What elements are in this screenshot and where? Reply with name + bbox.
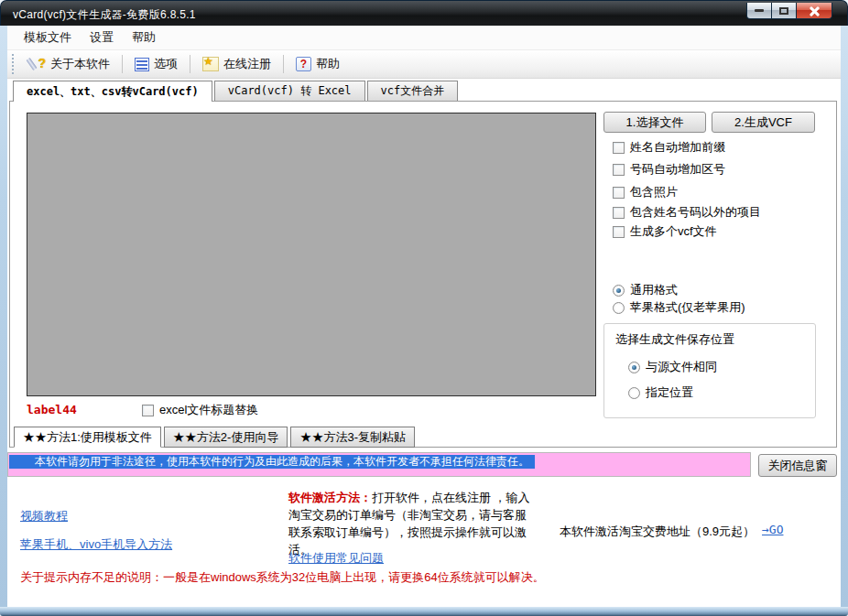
radio-same-as-source[interactable]: 与源文件相同 bbox=[628, 359, 717, 375]
toolbar-options-label: 选项 bbox=[154, 56, 178, 72]
toolbar-register-button[interactable]: ★ 在线注册 bbox=[195, 53, 278, 75]
go-link[interactable]: →GO bbox=[762, 523, 783, 536]
radio-label: 与源文件相同 bbox=[646, 359, 717, 375]
window-border-left bbox=[0, 26, 7, 607]
tab-excel-to-vcard[interactable]: excel、txt、csv转vCard(vcf) bbox=[13, 81, 212, 102]
checkbox-icon[interactable] bbox=[613, 164, 625, 176]
file-preview-panel bbox=[27, 113, 596, 396]
radio-label: 苹果格式(仅老苹果用) bbox=[630, 299, 745, 316]
window-title: vCard(vcf)文件生成器-免费版6.8.5.1 bbox=[13, 7, 196, 23]
checkbox-icon[interactable] bbox=[613, 187, 625, 199]
toolbar-separator bbox=[190, 55, 190, 73]
maximize-icon bbox=[779, 7, 788, 15]
close-info-button[interactable]: 关闭信息窗 bbox=[758, 454, 837, 477]
checkbox-label: 包含照片 bbox=[630, 184, 678, 200]
generate-vcf-button[interactable]: 2.生成VCF bbox=[712, 112, 815, 133]
disclaimer-text: 本软件请勿用于非法途径，使用本软件的行为及由此造成的后果，本软件开发者不承担任何… bbox=[9, 455, 535, 469]
toolbar-options-button[interactable]: 选项 bbox=[127, 53, 185, 75]
checkbox-icon[interactable] bbox=[142, 405, 154, 416]
radio-icon[interactable] bbox=[628, 362, 640, 373]
main-tab-strip: excel、txt、csv转vCard(vcf) vCard(vcf) 转 Ex… bbox=[13, 81, 460, 102]
toolbar-help-button[interactable]: ? 帮助 bbox=[288, 53, 347, 75]
help-icon: ? bbox=[296, 57, 311, 71]
toolbar-about-label: 关于本软件 bbox=[50, 56, 110, 72]
activation-instructions: 软件激活方法：打开软件，点在线注册 ，输入淘宝交易的订单编号（非淘宝交易，请与客… bbox=[288, 489, 536, 558]
checkbox-icon[interactable] bbox=[613, 226, 625, 238]
excel-title-replace-label: excel文件标题替换 bbox=[159, 402, 258, 418]
toolbar-about-button[interactable]: ? 关于本软件 bbox=[20, 53, 117, 75]
radio-specified-location[interactable]: 指定位置 bbox=[628, 384, 693, 401]
radio-icon[interactable] bbox=[628, 387, 640, 399]
apple-vivo-import-link[interactable]: 苹果手机、vivo手机导入方法 bbox=[20, 536, 172, 553]
method-tab-strip: ★★方法1:使用模板文件 ★★方法2-使用向导 ★★方法3-复制粘贴 bbox=[14, 427, 418, 448]
disclaimer-banner: 本软件请勿用于非法途径，使用本软件的行为及由此造成的后果，本软件开发者不承担任何… bbox=[7, 452, 751, 477]
close-button[interactable] bbox=[797, 3, 832, 19]
method-tab-1[interactable]: ★★方法1:使用模板文件 bbox=[14, 427, 161, 448]
about-icon: ? bbox=[27, 56, 46, 72]
minimize-icon bbox=[755, 9, 764, 12]
toolbar-grip bbox=[12, 54, 15, 74]
client-area: 模板文件 设置 帮助 ? 关于本软件 选项 ★ bbox=[7, 26, 841, 607]
window-controls bbox=[746, 3, 832, 19]
taobao-price-text: 本软件激活淘宝交费地址（9.9元起） bbox=[560, 524, 755, 540]
checkbox-name-prefix[interactable]: 姓名自动增加前缀 bbox=[613, 139, 725, 156]
menu-template-file[interactable]: 模板文件 bbox=[15, 26, 81, 49]
faq-link[interactable]: 软件使用常见问题 bbox=[288, 550, 384, 567]
checkbox-icon[interactable] bbox=[613, 142, 625, 154]
minimize-button[interactable] bbox=[746, 3, 772, 19]
method-tab-3[interactable]: ★★方法3-复制粘贴 bbox=[290, 427, 415, 448]
checkbox-label: 生成多个vcf文件 bbox=[630, 223, 717, 240]
select-file-button[interactable]: 1.选择文件 bbox=[603, 112, 706, 133]
maximize-button[interactable] bbox=[772, 3, 797, 19]
excel-title-replace-checkbox[interactable]: excel文件标题替换 bbox=[142, 402, 258, 418]
checkbox-include-photo[interactable]: 包含照片 bbox=[613, 184, 678, 200]
save-location-groupbox: 选择生成文件保存位置 与源文件相同 指定位置 bbox=[603, 323, 816, 418]
window-border-right bbox=[841, 26, 848, 607]
radio-apple-format[interactable]: 苹果格式(仅老苹果用) bbox=[613, 299, 745, 316]
radio-label: 通用格式 bbox=[630, 282, 678, 298]
checkbox-label: 姓名自动增加前缀 bbox=[630, 139, 725, 156]
register-icon: ★ bbox=[202, 57, 219, 71]
window-border-bottom bbox=[0, 607, 848, 616]
checkbox-area-code[interactable]: 号码自动增加区号 bbox=[613, 161, 725, 178]
menu-help[interactable]: 帮助 bbox=[123, 26, 165, 49]
tab-vcard-to-excel[interactable]: vCard(vcf) 转 Excel bbox=[214, 81, 365, 101]
toolbar: ? 关于本软件 选项 ★ 在线注册 ? 帮助 bbox=[7, 50, 841, 79]
video-tutorial-link[interactable]: 视频教程 bbox=[20, 508, 68, 524]
tab-page: label44 excel文件标题替换 ★★方法1:使用模板文件 ★★方法2-使… bbox=[9, 101, 837, 448]
checkbox-include-other-fields[interactable]: 包含姓名号码以外的项目 bbox=[613, 204, 761, 221]
toolbar-help-label: 帮助 bbox=[316, 56, 340, 72]
checkbox-multiple-vcf[interactable]: 生成多个vcf文件 bbox=[613, 223, 717, 240]
toolbar-register-label: 在线注册 bbox=[223, 56, 271, 72]
checkbox-label: 号码自动增加区号 bbox=[630, 161, 725, 178]
menu-bar: 模板文件 设置 帮助 bbox=[7, 26, 841, 50]
activation-label: 软件激活方法： bbox=[288, 491, 372, 504]
method-tab-2[interactable]: ★★方法2-使用向导 bbox=[164, 427, 288, 448]
checkbox-label: 包含姓名号码以外的项目 bbox=[630, 204, 761, 221]
save-location-title: 选择生成文件保存位置 bbox=[615, 331, 734, 348]
menu-settings[interactable]: 设置 bbox=[81, 26, 123, 49]
options-icon bbox=[135, 58, 149, 71]
tab-vcf-merge[interactable]: vcf文件合并 bbox=[367, 81, 459, 101]
radio-generic-format[interactable]: 通用格式 bbox=[613, 282, 678, 298]
memory-warning-text: 关于提示内存不足的说明：一般是在windows系统为32位电脑上出现，请更换64… bbox=[20, 569, 545, 586]
radio-icon[interactable] bbox=[613, 302, 625, 314]
status-label44: label44 bbox=[27, 403, 77, 416]
app-window: vCard(vcf)文件生成器-免费版6.8.5.1 模板文件 设置 帮助 ? … bbox=[0, 0, 848, 616]
checkbox-icon[interactable] bbox=[613, 207, 625, 219]
radio-label: 指定位置 bbox=[646, 384, 693, 401]
toolbar-separator bbox=[122, 55, 123, 73]
toolbar-separator bbox=[283, 55, 284, 73]
close-icon bbox=[809, 5, 820, 16]
titlebar: vCard(vcf)文件生成器-免费版6.8.5.1 bbox=[0, 0, 848, 26]
radio-icon[interactable] bbox=[613, 285, 625, 297]
